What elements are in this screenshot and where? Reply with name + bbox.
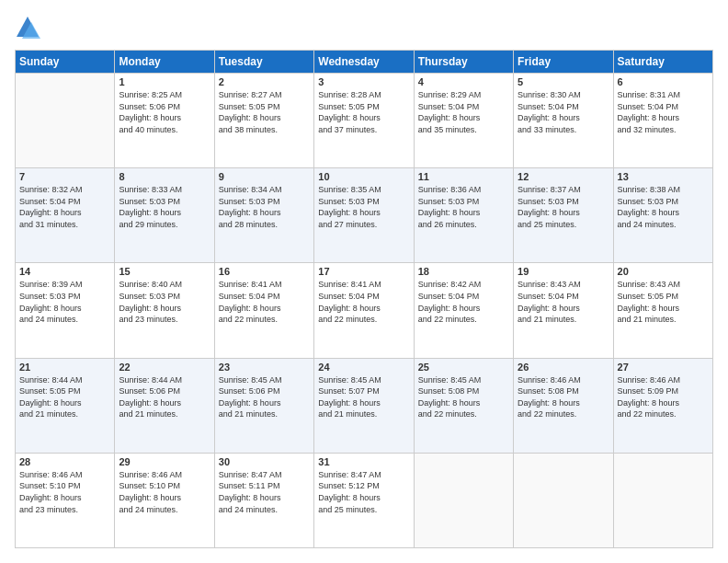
day-number: 30 [219, 456, 310, 467]
day-info: Sunrise: 8:39 AM Sunset: 5:03 PM Dayligh… [19, 279, 110, 325]
day-info: Sunrise: 8:44 AM Sunset: 5:06 PM Dayligh… [119, 374, 210, 420]
logo-icon [15, 15, 40, 40]
weekday-header: Monday [115, 51, 214, 74]
calendar-day-cell: 12Sunrise: 8:37 AM Sunset: 5:03 PM Dayli… [514, 168, 613, 263]
calendar-week-row: 14Sunrise: 8:39 AM Sunset: 5:03 PM Dayli… [16, 263, 713, 358]
day-number: 18 [418, 266, 509, 277]
day-info: Sunrise: 8:45 AM Sunset: 5:08 PM Dayligh… [418, 374, 509, 420]
day-info: Sunrise: 8:34 AM Sunset: 5:03 PM Dayligh… [219, 184, 310, 230]
header [15, 15, 713, 40]
day-number: 20 [618, 266, 709, 277]
calendar-day-cell: 26Sunrise: 8:46 AM Sunset: 5:08 PM Dayli… [514, 358, 613, 453]
day-number: 26 [518, 362, 609, 373]
calendar-week-row: 1Sunrise: 8:25 AM Sunset: 5:06 PM Daylig… [16, 74, 713, 168]
calendar-header-row: SundayMondayTuesdayWednesdayThursdayFrid… [16, 51, 713, 74]
day-info: Sunrise: 8:42 AM Sunset: 5:04 PM Dayligh… [418, 279, 509, 325]
calendar-day-cell: 8Sunrise: 8:33 AM Sunset: 5:03 PM Daylig… [115, 168, 214, 263]
calendar-day-cell: 20Sunrise: 8:43 AM Sunset: 5:05 PM Dayli… [613, 263, 712, 358]
day-info: Sunrise: 8:35 AM Sunset: 5:03 PM Dayligh… [318, 184, 409, 230]
day-info: Sunrise: 8:30 AM Sunset: 5:04 PM Dayligh… [518, 89, 609, 135]
calendar-day-cell: 11Sunrise: 8:36 AM Sunset: 5:03 PM Dayli… [414, 168, 513, 263]
day-number: 27 [618, 362, 709, 373]
calendar-day-cell: 30Sunrise: 8:47 AM Sunset: 5:11 PM Dayli… [214, 453, 313, 547]
day-number: 29 [119, 456, 210, 467]
calendar-day-cell: 28Sunrise: 8:46 AM Sunset: 5:10 PM Dayli… [16, 453, 115, 547]
day-number: 12 [518, 171, 609, 182]
calendar-day-cell: 23Sunrise: 8:45 AM Sunset: 5:06 PM Dayli… [214, 358, 313, 453]
calendar-day-cell [414, 453, 513, 547]
day-number: 22 [119, 362, 210, 373]
calendar-day-cell: 21Sunrise: 8:44 AM Sunset: 5:05 PM Dayli… [16, 358, 115, 453]
day-info: Sunrise: 8:33 AM Sunset: 5:03 PM Dayligh… [119, 184, 210, 230]
day-info: Sunrise: 8:44 AM Sunset: 5:05 PM Dayligh… [19, 374, 110, 420]
day-number: 16 [219, 266, 310, 277]
day-info: Sunrise: 8:46 AM Sunset: 5:10 PM Dayligh… [19, 469, 110, 515]
calendar-day-cell: 15Sunrise: 8:40 AM Sunset: 5:03 PM Dayli… [115, 263, 214, 358]
day-info: Sunrise: 8:37 AM Sunset: 5:03 PM Dayligh… [518, 184, 609, 230]
weekday-header: Wednesday [314, 51, 414, 74]
day-number: 24 [318, 362, 409, 373]
day-info: Sunrise: 8:32 AM Sunset: 5:04 PM Dayligh… [19, 184, 110, 230]
calendar-day-cell: 18Sunrise: 8:42 AM Sunset: 5:04 PM Dayli… [414, 263, 513, 358]
day-info: Sunrise: 8:36 AM Sunset: 5:03 PM Dayligh… [418, 184, 509, 230]
day-info: Sunrise: 8:45 AM Sunset: 5:06 PM Dayligh… [219, 374, 310, 420]
day-info: Sunrise: 8:41 AM Sunset: 5:04 PM Dayligh… [318, 279, 409, 325]
calendar-day-cell: 25Sunrise: 8:45 AM Sunset: 5:08 PM Dayli… [414, 358, 513, 453]
day-number: 2 [219, 76, 310, 87]
day-number: 7 [19, 171, 110, 182]
day-number: 31 [318, 456, 409, 467]
day-info: Sunrise: 8:28 AM Sunset: 5:05 PM Dayligh… [318, 89, 409, 135]
day-info: Sunrise: 8:29 AM Sunset: 5:04 PM Dayligh… [418, 89, 509, 135]
calendar-day-cell: 16Sunrise: 8:41 AM Sunset: 5:04 PM Dayli… [214, 263, 313, 358]
day-number: 17 [318, 266, 409, 277]
day-info: Sunrise: 8:41 AM Sunset: 5:04 PM Dayligh… [219, 279, 310, 325]
day-info: Sunrise: 8:43 AM Sunset: 5:05 PM Dayligh… [618, 279, 709, 325]
day-number: 10 [318, 171, 409, 182]
calendar-day-cell: 31Sunrise: 8:47 AM Sunset: 5:12 PM Dayli… [314, 453, 414, 547]
calendar-day-cell: 27Sunrise: 8:46 AM Sunset: 5:09 PM Dayli… [613, 358, 712, 453]
day-info: Sunrise: 8:45 AM Sunset: 5:07 PM Dayligh… [318, 374, 409, 420]
calendar-day-cell: 13Sunrise: 8:38 AM Sunset: 5:03 PM Dayli… [613, 168, 712, 263]
calendar-week-row: 28Sunrise: 8:46 AM Sunset: 5:10 PM Dayli… [16, 453, 713, 547]
calendar-day-cell [613, 453, 712, 547]
calendar-day-cell: 10Sunrise: 8:35 AM Sunset: 5:03 PM Dayli… [314, 168, 414, 263]
logo [15, 15, 44, 40]
day-number: 6 [618, 76, 709, 87]
calendar-day-cell: 1Sunrise: 8:25 AM Sunset: 5:06 PM Daylig… [115, 74, 214, 168]
day-number: 5 [518, 76, 609, 87]
weekday-header: Sunday [16, 51, 115, 74]
day-info: Sunrise: 8:46 AM Sunset: 5:10 PM Dayligh… [119, 469, 210, 515]
calendar-week-row: 21Sunrise: 8:44 AM Sunset: 5:05 PM Dayli… [16, 358, 713, 453]
weekday-header: Friday [514, 51, 613, 74]
weekday-header: Tuesday [214, 51, 313, 74]
calendar-day-cell: 7Sunrise: 8:32 AM Sunset: 5:04 PM Daylig… [16, 168, 115, 263]
day-number: 25 [418, 362, 509, 373]
day-number: 19 [518, 266, 609, 277]
weekday-header: Thursday [414, 51, 513, 74]
day-info: Sunrise: 8:25 AM Sunset: 5:06 PM Dayligh… [119, 89, 210, 135]
day-number: 28 [19, 456, 110, 467]
calendar-day-cell [16, 74, 115, 168]
day-number: 8 [119, 171, 210, 182]
weekday-header: Saturday [613, 51, 712, 74]
calendar-day-cell: 24Sunrise: 8:45 AM Sunset: 5:07 PM Dayli… [314, 358, 414, 453]
day-number: 9 [219, 171, 310, 182]
calendar-day-cell: 9Sunrise: 8:34 AM Sunset: 5:03 PM Daylig… [214, 168, 313, 263]
day-info: Sunrise: 8:47 AM Sunset: 5:11 PM Dayligh… [219, 469, 310, 515]
day-number: 23 [219, 362, 310, 373]
day-info: Sunrise: 8:46 AM Sunset: 5:09 PM Dayligh… [618, 374, 709, 420]
calendar-day-cell [514, 453, 613, 547]
calendar-day-cell: 19Sunrise: 8:43 AM Sunset: 5:04 PM Dayli… [514, 263, 613, 358]
calendar-week-row: 7Sunrise: 8:32 AM Sunset: 5:04 PM Daylig… [16, 168, 713, 263]
calendar-day-cell: 3Sunrise: 8:28 AM Sunset: 5:05 PM Daylig… [314, 74, 414, 168]
calendar-table: SundayMondayTuesdayWednesdayThursdayFrid… [15, 50, 713, 548]
day-number: 4 [418, 76, 509, 87]
day-number: 21 [19, 362, 110, 373]
day-info: Sunrise: 8:43 AM Sunset: 5:04 PM Dayligh… [518, 279, 609, 325]
day-info: Sunrise: 8:38 AM Sunset: 5:03 PM Dayligh… [618, 184, 709, 230]
page: SundayMondayTuesdayWednesdayThursdayFrid… [0, 0, 728, 563]
day-number: 14 [19, 266, 110, 277]
calendar-day-cell: 22Sunrise: 8:44 AM Sunset: 5:06 PM Dayli… [115, 358, 214, 453]
calendar-day-cell: 6Sunrise: 8:31 AM Sunset: 5:04 PM Daylig… [613, 74, 712, 168]
day-number: 13 [618, 171, 709, 182]
